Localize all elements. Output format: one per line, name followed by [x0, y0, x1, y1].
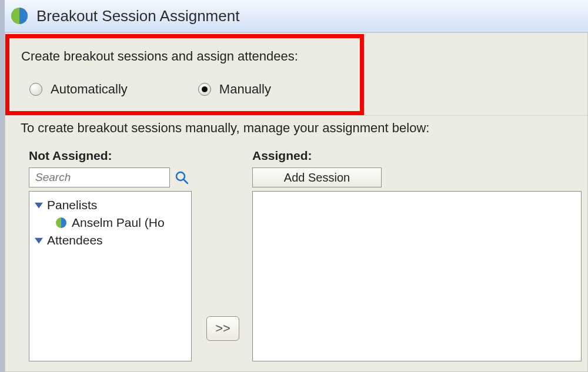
radio-automatically[interactable]: Automatically: [29, 82, 128, 97]
instruction-text: To create breakout sessions manually, ma…: [5, 115, 587, 136]
assignment-columns: Not Assigned: Panelists: [5, 149, 587, 361]
svg-line-3: [183, 179, 188, 183]
transfer-column: >>: [199, 149, 252, 361]
chevron-down-icon: [33, 236, 45, 244]
tree-group-panelists[interactable]: Panelists: [33, 196, 191, 214]
globe-icon: [55, 217, 67, 229]
assigned-list[interactable]: [252, 191, 582, 361]
not-assigned-list[interactable]: Panelists Anselm Paul (Ho: [29, 191, 192, 361]
assigned-column: Assigned: Add Session: [252, 149, 587, 361]
window-title: Breakout Session Assignment: [36, 7, 239, 25]
dialog-body: Create breakout sessions and assign atte…: [5, 32, 588, 372]
assigned-header: Assigned:: [252, 149, 587, 163]
chevron-down-icon: [33, 201, 45, 209]
tree-item-panelist[interactable]: Anselm Paul (Ho: [33, 214, 191, 232]
svg-marker-4: [35, 203, 43, 209]
radio-icon: [29, 83, 42, 96]
dialog-window: Breakout Session Assignment Create break…: [0, 0, 588, 372]
tree-group-attendees[interactable]: Attendees: [33, 232, 191, 249]
titlebar: Breakout Session Assignment: [5, 0, 588, 32]
radio-group: Automatically Manually: [21, 82, 348, 97]
radio-label-auto: Automatically: [51, 82, 128, 97]
tree-group-label: Panelists: [45, 198, 97, 212]
move-right-button[interactable]: >>: [206, 316, 239, 341]
tree-group-label: Attendees: [45, 233, 103, 247]
tree-item-label: Anselm Paul (Ho: [72, 216, 165, 230]
search-row: [29, 167, 199, 187]
radio-label-manual: Manually: [219, 82, 271, 97]
search-input[interactable]: [29, 167, 170, 187]
mode-selection-heading: Create breakout sessions and assign atte…: [21, 49, 348, 64]
search-icon[interactable]: [175, 170, 189, 185]
not-assigned-header: Not Assigned:: [29, 149, 199, 163]
not-assigned-column: Not Assigned: Panelists: [29, 149, 199, 361]
app-icon: [11, 7, 28, 25]
add-session-button[interactable]: Add Session: [252, 167, 382, 187]
svg-marker-6: [35, 238, 43, 244]
mode-selection-box: Create breakout sessions and assign atte…: [5, 34, 364, 115]
radio-icon-selected: [198, 83, 211, 96]
radio-manually[interactable]: Manually: [198, 82, 271, 97]
